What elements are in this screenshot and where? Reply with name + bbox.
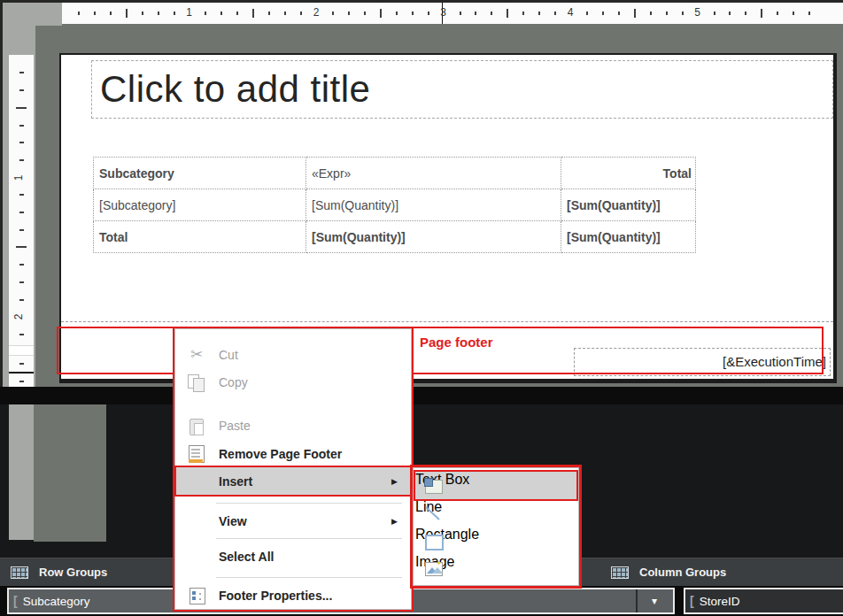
menu-item-footer-properties[interactable]: Footer Properties... (176, 582, 410, 609)
page-footer-annotation-label: Page footer (420, 335, 493, 350)
menu-item-label: Select All (219, 550, 275, 564)
ruler-tick (364, 12, 366, 15)
ruler-tick (16, 246, 27, 248)
ruler-vertical: 12 (9, 55, 34, 387)
ruler-tick (19, 229, 24, 231)
ruler-tick (428, 12, 429, 15)
text-box-icon (424, 478, 442, 494)
group-bracket-icon: [ (690, 594, 694, 608)
ruler-tick (538, 12, 540, 15)
page-footer-separator (61, 321, 833, 322)
submenu-item-rectangle[interactable]: Rectangle (415, 527, 576, 554)
ruler-number: 2 (313, 6, 320, 19)
menu-item-label: Insert (219, 474, 252, 489)
ruler-corner (3, 3, 62, 26)
paste-icon (187, 417, 206, 435)
ruler-tick (19, 125, 24, 127)
report-title-placeholder[interactable]: Click to add title (91, 60, 833, 119)
remove-page-footer-icon (187, 445, 206, 463)
ruler-tick (554, 12, 556, 15)
ruler-remnant (9, 404, 34, 540)
ruler-horizontal: 12345 (62, 3, 843, 24)
ruler-tick (19, 334, 24, 335)
tablix-cell[interactable]: [Sum(Quantity)] (306, 189, 561, 221)
ruler-tick (126, 9, 128, 18)
menu-item-label: Footer Properties... (219, 589, 332, 603)
ruler-tick (666, 12, 668, 15)
ruler-tick (650, 12, 652, 15)
footer-properties-icon (187, 587, 206, 604)
grouping-pane-items: [ Subcategory ▾ [ StoreID (0, 586, 843, 616)
ruler-tick (158, 12, 159, 15)
tablix-cell[interactable]: [Sum(Quantity)] (561, 221, 696, 253)
tablix-cell[interactable]: Total (561, 158, 696, 189)
tablix-header-row: Subcategory «Expr» Total (94, 158, 696, 189)
ruler-tick (380, 9, 382, 18)
ruler-number: 3 (440, 6, 446, 19)
group-dropdown-button[interactable]: ▾ (636, 589, 671, 612)
tablix-cell[interactable]: [Sum(Quantity)] (306, 221, 561, 253)
ruler-tick (808, 12, 810, 15)
menu-item-cut[interactable]: ✂ Cut (176, 342, 410, 368)
ruler-tick (348, 12, 350, 15)
row-group-item-label: Subcategory (23, 595, 90, 608)
menu-item-remove-page-footer[interactable]: Remove Page Footer (176, 441, 410, 467)
submenu-arrow-icon: ▶ (391, 517, 398, 526)
context-menu: ✂ Cut Copy Paste Remove Page Footer Inse… (174, 328, 412, 610)
submenu-item-text-box[interactable]: Text Box (415, 472, 576, 499)
ruler-tick (19, 299, 24, 301)
tablix-cell[interactable]: [Subcategory] (94, 189, 306, 221)
group-bracket-icon: [ (13, 594, 18, 608)
ruler-tick (19, 363, 24, 365)
ruler-number: 1 (12, 174, 25, 181)
ruler-tick (220, 12, 222, 15)
ruler-number: 1 (186, 6, 192, 19)
menu-item-label: Paste (219, 419, 251, 433)
ruler-tick (793, 12, 794, 15)
column-groups-title: Column Groups (639, 566, 726, 579)
execution-time-textbox[interactable]: [&ExecutionTime] (574, 348, 831, 376)
ruler-tick (332, 12, 334, 15)
ruler-tick (761, 9, 762, 18)
tablix-cell[interactable]: Subcategory (94, 158, 306, 189)
ruler-tick (16, 107, 27, 109)
tablix-cell[interactable]: «Expr» (306, 158, 561, 189)
image-icon: ✦ (424, 560, 442, 576)
ruler-tick (19, 89, 24, 91)
menu-item-select-all[interactable]: Select All (176, 543, 410, 570)
ruler-number: 4 (568, 6, 574, 19)
menu-item-label: Cut (219, 348, 238, 362)
menu-item-copy[interactable]: Copy (176, 369, 410, 396)
ruler-section-gap (9, 345, 34, 356)
ruler-tick (412, 12, 414, 15)
menu-separator (216, 538, 402, 539)
ruler-tick (745, 12, 746, 15)
menu-item-insert[interactable]: Insert ▶ (176, 467, 410, 495)
design-surface: 12345 12 Click to add title Subcategory … (0, 0, 843, 387)
ruler-tick (729, 12, 731, 15)
tablix-cell[interactable]: [Sum(Quantity)] (561, 189, 696, 221)
ruler-tick (396, 12, 398, 15)
ruler-tick (618, 12, 620, 15)
submenu-item-line[interactable]: Line (415, 499, 576, 527)
row-groups-title: Row Groups (39, 566, 107, 579)
tablix-total-row: Total [Sum(Quantity)] [Sum(Quantity)] (94, 221, 696, 253)
rectangle-icon (424, 533, 442, 549)
ruler-tick (236, 12, 238, 15)
column-group-item-storeid[interactable]: [ StoreID (684, 588, 843, 614)
submenu-arrow-icon: ▶ (391, 477, 398, 486)
menu-item-paste[interactable]: Paste (176, 412, 410, 439)
ruler-tick (682, 12, 684, 15)
ruler-tick (460, 12, 461, 15)
line-icon (424, 505, 442, 521)
menu-separator (216, 503, 402, 504)
ruler-tick (19, 381, 24, 382)
tablix-data-row: [Subcategory] [Sum(Quantity)] [Sum(Quant… (94, 189, 696, 221)
ruler-tick (284, 12, 286, 15)
menu-item-view[interactable]: View ▶ (176, 508, 410, 535)
ruler-tick (142, 12, 143, 15)
submenu-item-image[interactable]: ✦ Image (415, 554, 576, 581)
tablix-cell[interactable]: Total (94, 221, 306, 253)
ruler-tick (19, 72, 24, 73)
ruler-tick (586, 12, 588, 15)
